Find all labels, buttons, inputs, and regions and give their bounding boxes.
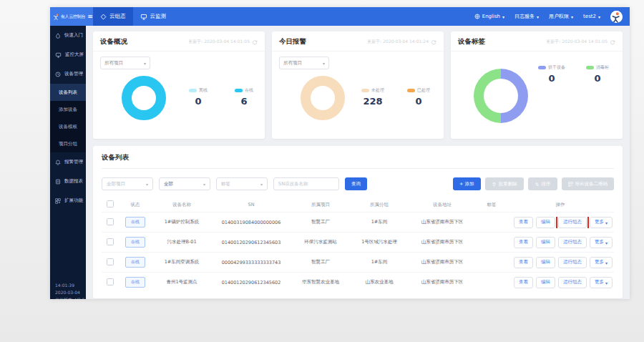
run-scada-button[interactable]: 运行组态 xyxy=(558,277,587,288)
export-qr-button[interactable]: 导出设备二维码 xyxy=(562,177,615,190)
device-table: 状态 设备名称 SN 所属项目 所属分组 设备地址 标签 操作 在线 1#锅炉控… xyxy=(102,197,614,292)
project-filter-select[interactable]: 全部项目 xyxy=(102,177,153,190)
table-row: 在线 青州1号监测点 01400120290612345602 华东智慧农业基地… xyxy=(102,272,614,292)
more-button[interactable]: 更多 xyxy=(590,217,613,228)
sidebar-item-bigscreen[interactable]: 监控大屏 xyxy=(50,45,86,64)
status-badge: 在线 xyxy=(125,237,145,248)
button-label: 排序 xyxy=(542,181,551,187)
sidebar-submenu: 设备列表 添加设备 设备模板 项目分组 xyxy=(50,84,86,152)
batch-delete-button[interactable]: 批量删除 xyxy=(485,177,524,190)
hamburger-icon[interactable]: ≡ xyxy=(87,14,93,20)
view-button[interactable]: 查看 xyxy=(514,257,533,268)
row-checkbox[interactable] xyxy=(107,258,114,265)
caret-down-icon xyxy=(598,15,600,19)
tag-filter-select[interactable]: 标签 xyxy=(216,177,268,190)
sidebar-item-label: 项目分组 xyxy=(59,141,77,147)
row-checkbox[interactable] xyxy=(107,278,114,285)
filter-value: 全部项目 xyxy=(107,181,125,187)
device-name: 1#锅炉控制系统 xyxy=(152,219,212,225)
table-header: 状态 设备名称 SN 所属项目 所属分组 设备地址 标签 操作 xyxy=(102,197,614,212)
app-window: 有人云控制台 ≡ 云组态 云监测 English 日志服务 xyxy=(50,7,630,299)
row-checkbox[interactable] xyxy=(107,238,114,245)
view-button[interactable]: 查看 xyxy=(514,237,533,248)
device-project: 智慧工厂 xyxy=(291,259,351,265)
sidebar-item-data-report[interactable]: 数据报表 xyxy=(50,172,86,191)
version-label: 当前版本: V2.5.2 xyxy=(55,296,86,299)
sidebar-item-extension[interactable]: 扩展功能 xyxy=(50,191,86,210)
button-label: 更多 xyxy=(595,279,604,285)
row-checkbox[interactable] xyxy=(107,218,114,225)
legend-value: 6 xyxy=(240,96,247,107)
legend-swatch xyxy=(407,89,415,92)
language-label: English xyxy=(482,14,500,19)
col-group: 所属分组 xyxy=(351,202,408,208)
edit-button[interactable]: 编辑 xyxy=(536,217,555,228)
user-permission-label: 用户权限 xyxy=(549,13,569,20)
annotation-red-box: 运行组态 xyxy=(558,217,587,228)
main-content: 设备概况 更新于: 2020-03-04 14:01:05 所有项目 xyxy=(86,26,630,299)
bigscreen-icon xyxy=(55,52,62,58)
top-navbar: 有人云控制台 ≡ 云组态 云监测 English 日志服务 xyxy=(50,7,630,26)
donut-ring xyxy=(301,76,345,120)
button-label: 导出设备二维码 xyxy=(575,181,608,187)
select-all-checkbox[interactable] xyxy=(107,200,114,207)
tab-cloud-scada[interactable]: 云组态 xyxy=(93,7,133,26)
run-scada-button[interactable]: 运行组态 xyxy=(558,217,587,228)
legend-label: 在线 xyxy=(245,87,253,94)
search-input[interactable] xyxy=(273,177,339,190)
add-device-button[interactable]: + 添加 xyxy=(453,177,481,190)
view-button[interactable]: 查看 xyxy=(514,217,533,228)
legend-value: 228 xyxy=(363,96,382,107)
avatar[interactable] xyxy=(610,11,623,23)
status-filter-select[interactable]: 全部 xyxy=(159,177,210,190)
username-menu[interactable]: test2 xyxy=(583,14,600,19)
more-button[interactable]: 更多 xyxy=(590,237,613,248)
sidebar-item-alarm-manage[interactable]: 报警管理 xyxy=(50,152,86,172)
legend-value: 0 xyxy=(415,96,421,107)
view-button[interactable]: 查看 xyxy=(514,277,533,288)
status-badge: 在线 xyxy=(125,217,145,228)
user-permission-menu[interactable]: 用户权限 xyxy=(549,13,573,20)
device-project: 华东智慧农业基地 xyxy=(291,279,351,285)
log-service-menu[interactable]: 日志服务 xyxy=(514,13,539,20)
run-scada-button[interactable]: 运行组态 xyxy=(558,237,587,248)
query-button[interactable]: 查询 xyxy=(345,177,367,190)
legend-drying: 烘干设备 0 xyxy=(537,64,567,84)
language-menu[interactable]: English xyxy=(474,14,504,19)
sidebar-item-project-group[interactable]: 项目分组 xyxy=(50,135,86,152)
col-sn: SN xyxy=(212,202,291,207)
language-icon xyxy=(474,14,480,19)
tab-cloud-monitor[interactable]: 云监测 xyxy=(133,7,174,26)
usr-logo-icon xyxy=(53,14,59,20)
more-button[interactable]: 更多 xyxy=(590,277,613,288)
monitor-icon xyxy=(140,14,147,20)
sort-button[interactable]: 排序 xyxy=(528,177,557,190)
caret-down-icon xyxy=(260,182,263,187)
brand[interactable]: 有人云控制台 ≡ xyxy=(50,7,93,26)
device-address: 山东省济南市历下区 xyxy=(408,279,477,285)
sidebar-item-device-list[interactable]: 设备列表 xyxy=(50,84,86,101)
device-group: 1#车间 xyxy=(351,219,408,225)
col-project: 所属项目 xyxy=(291,202,351,208)
sidebar-item-label: 快速入门 xyxy=(64,32,83,39)
col-address: 设备地址 xyxy=(408,202,477,208)
log-service-label: 日志服务 xyxy=(514,13,535,20)
device-name: 青州1号监测点 xyxy=(152,279,212,285)
more-button[interactable]: 更多 xyxy=(590,257,613,268)
caret-down-icon xyxy=(605,280,608,285)
sidebar-item-label: 数据报表 xyxy=(64,178,83,185)
sidebar-item-device-template[interactable]: 设备模板 xyxy=(50,118,86,135)
edit-button[interactable]: 编辑 xyxy=(536,257,555,268)
caret-down-icon xyxy=(605,220,608,225)
device-project: 环保污水监测站 xyxy=(291,239,351,245)
sidebar-item-add-device[interactable]: 添加设备 xyxy=(50,101,86,118)
sidebar-item-device-manage[interactable]: 设备管理 xyxy=(50,64,86,84)
edit-button[interactable]: 编辑 xyxy=(536,237,555,248)
edit-button[interactable]: 编辑 xyxy=(536,277,555,288)
sidebar-item-label: 报警管理 xyxy=(64,159,83,165)
run-scada-button[interactable]: 运行组态 xyxy=(558,257,587,268)
sidebar-item-quickstart[interactable]: 快速入门 xyxy=(50,26,86,45)
legend-swatch xyxy=(189,89,197,92)
caret-down-icon xyxy=(203,182,205,187)
legend-value: 0 xyxy=(548,73,555,84)
